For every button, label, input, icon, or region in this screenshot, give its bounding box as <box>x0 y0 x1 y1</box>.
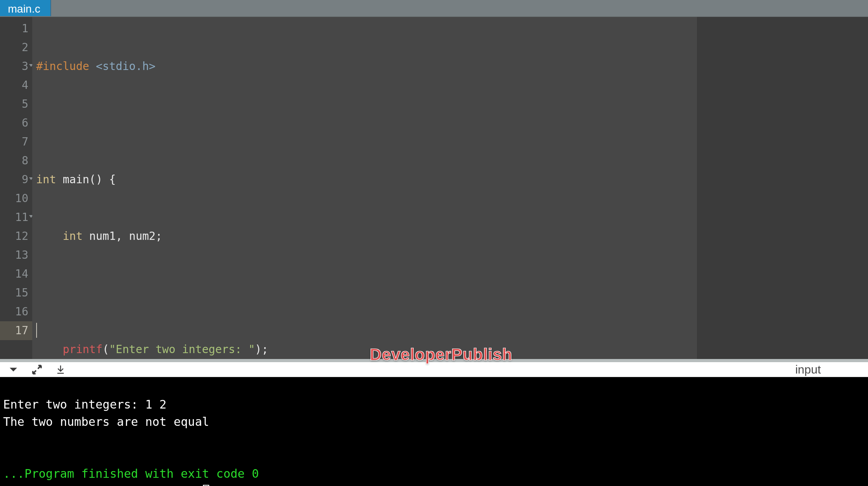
line-number: 4 <box>0 76 32 95</box>
editor-margin <box>697 17 868 359</box>
line-number: 2 <box>0 38 32 57</box>
line-number: 13 <box>0 246 32 265</box>
download-icon[interactable] <box>55 364 66 375</box>
line-number: 7 <box>0 133 32 151</box>
line-number: 8 <box>0 151 32 170</box>
line-number: 1 <box>0 19 32 38</box>
line-number: 12 <box>0 227 32 246</box>
code-line <box>36 114 697 133</box>
expand-icon[interactable] <box>31 364 42 375</box>
console-line: Enter two integers: 1 2 <box>3 398 166 411</box>
line-number: 17 <box>0 321 32 340</box>
line-number: 11 <box>0 208 32 227</box>
tab-strip: main.c <box>0 0 868 17</box>
line-number: 10 <box>0 189 32 208</box>
code-line <box>36 284 697 302</box>
svg-rect-0 <box>57 373 64 374</box>
line-number: 3 <box>0 57 32 76</box>
console-output[interactable]: Enter two integers: 1 2 The two numbers … <box>0 377 868 486</box>
line-number: 6 <box>0 114 32 133</box>
console-line: ...Program finished with exit code 0 <box>3 467 259 480</box>
line-number: 15 <box>0 284 32 302</box>
line-number-gutter: 1234567891011121314151617 <box>0 17 32 359</box>
code-line: int main() { <box>36 170 697 189</box>
line-number: 16 <box>0 302 32 321</box>
line-number: 9 <box>0 170 32 189</box>
line-number: 14 <box>0 265 32 284</box>
code-line: int num1, num2; <box>36 227 697 246</box>
console-input-label[interactable]: input <box>795 363 821 376</box>
code-line: printf("Enter two integers: "); <box>36 340 697 359</box>
console-line: The two numbers are not equal <box>3 415 209 429</box>
chevron-down-icon[interactable] <box>8 364 19 375</box>
code-area[interactable]: #include <stdio.h> int main() { int num1… <box>32 17 697 359</box>
code-line: #include <stdio.h> <box>36 57 697 76</box>
console-toolbar: input <box>0 359 868 377</box>
code-editor[interactable]: 1234567891011121314151617 #include <stdi… <box>0 17 868 359</box>
tab-main-c[interactable]: main.c <box>0 0 51 16</box>
console-line: Press ENTER to exit console. <box>3 484 202 486</box>
line-number: 5 <box>0 95 32 114</box>
text-cursor <box>36 323 37 338</box>
